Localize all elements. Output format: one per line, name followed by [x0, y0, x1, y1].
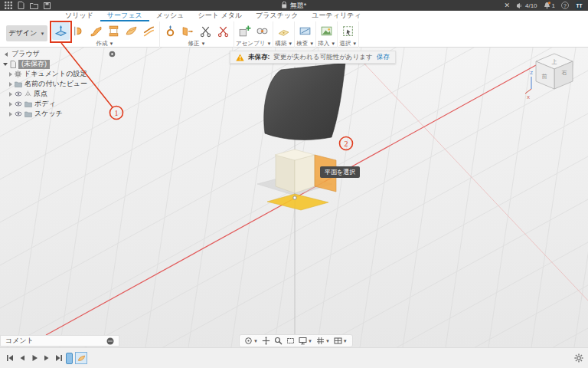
new-component-button[interactable] — [236, 22, 253, 40]
chevron-down-icon: ▼ — [308, 339, 312, 343]
timeline-step-back-button[interactable] — [17, 353, 27, 363]
press-pull-button[interactable] — [162, 22, 179, 40]
user-avatar[interactable]: TT — [575, 2, 583, 10]
document-icon — [10, 61, 16, 68]
pan-button[interactable] — [262, 337, 270, 345]
timeline — [0, 347, 588, 368]
viewcube[interactable]: 上 前 右 Z X — [525, 54, 573, 100]
select-dropdown[interactable]: 選択 ▼ — [339, 40, 357, 48]
surface-body[interactable] — [264, 63, 345, 140]
timeline-settings-button[interactable] — [573, 353, 583, 363]
construction-plane-button[interactable] — [275, 22, 292, 40]
display-settings-button[interactable]: ▼ — [299, 337, 312, 345]
timeline-skip-end-button[interactable] — [54, 353, 64, 363]
offset-button[interactable] — [140, 22, 158, 40]
expanded-icon[interactable] — [3, 63, 8, 66]
browser-item-named-views[interactable]: 名前の付いたビュー — [0, 79, 119, 89]
trim-button[interactable] — [197, 22, 214, 40]
sweep-button[interactable] — [87, 22, 105, 40]
loft-icon — [107, 25, 120, 38]
fit-button[interactable] — [286, 337, 295, 345]
modify-dropdown[interactable]: 修正 ▼ — [188, 40, 206, 48]
collapsed-icon[interactable] — [9, 102, 12, 107]
tab-surface[interactable]: サーフェス — [100, 11, 149, 21]
bell-icon — [544, 2, 550, 9]
create-dropdown[interactable]: 作成 ▼ — [96, 40, 114, 48]
viewcube-z-label: Z — [530, 71, 533, 75]
extend-button[interactable] — [179, 22, 197, 40]
browser-title: ブラウザ — [11, 49, 40, 59]
toolbar-group-modify: 修正 ▼ — [160, 21, 234, 48]
close-document-button[interactable]: ✕ — [504, 2, 510, 9]
insert-dropdown[interactable]: 挿入 ▼ — [318, 40, 335, 48]
collapse-panel-icon[interactable] — [4, 51, 8, 58]
inspect-dropdown[interactable]: 検査 ▼ — [296, 40, 314, 48]
browser-item-bodies[interactable]: ボディ — [0, 99, 119, 109]
file-new-icon-svg — [18, 2, 24, 9]
browser-root-row[interactable]: (未保存) — [0, 59, 119, 69]
loft-button[interactable] — [105, 22, 122, 40]
browser-item-origin[interactable]: 原点 — [0, 89, 119, 99]
assemble-dropdown[interactable]: アセンブリ ▼ — [236, 40, 271, 48]
tab-utility[interactable]: ユーティリティ — [305, 11, 368, 21]
notification-count: 1 — [552, 2, 555, 9]
revolve-button[interactable] — [70, 22, 87, 40]
timeline-position-slider[interactable] — [66, 353, 73, 364]
eye-icon[interactable] — [15, 101, 22, 107]
save-link[interactable]: 保存 — [377, 53, 390, 62]
box-left-face[interactable] — [276, 155, 295, 193]
file-new-icon[interactable] — [18, 0, 24, 12]
job-status-icon — [516, 2, 524, 9]
box-right-face[interactable] — [295, 155, 315, 193]
folder-icon — [24, 101, 32, 107]
notifications-button[interactable]: 1 — [544, 2, 555, 9]
gear-icon — [574, 353, 583, 363]
apps-grid-icon[interactable] — [5, 0, 12, 12]
viewports-button[interactable]: ▼ — [334, 337, 348, 345]
design-workspace-button[interactable]: デザイン ▼ — [6, 25, 47, 41]
revolve-icon — [72, 25, 85, 38]
measure-button[interactable] — [296, 22, 314, 40]
warning-message: 変更が失われる可能性があります — [273, 53, 372, 62]
patch-button[interactable] — [122, 22, 140, 40]
save-icon[interactable] — [44, 0, 51, 12]
tab-solid[interactable]: ソリッド — [58, 11, 100, 21]
timeline-feature-marker[interactable] — [75, 352, 87, 364]
tab-mesh[interactable]: メッシュ — [149, 11, 191, 21]
eye-icon[interactable] — [15, 91, 22, 97]
timeline-skip-start-button[interactable] — [5, 353, 15, 363]
joint-button[interactable] — [253, 22, 271, 40]
collapsed-icon[interactable] — [9, 82, 12, 87]
timeline-step-forward-button[interactable] — [41, 353, 51, 363]
collapsed-icon[interactable] — [9, 112, 12, 117]
tab-sheetmetal[interactable]: シート メタル — [191, 11, 250, 21]
orbit-button[interactable]: ▼ — [244, 337, 258, 345]
collapsed-icon[interactable] — [9, 92, 12, 97]
document-root-label[interactable]: (未保存) — [18, 60, 50, 69]
comments-bar[interactable]: コメント — [0, 335, 119, 347]
origin-point[interactable] — [293, 196, 296, 199]
grid-settings-button[interactable]: ▼ — [316, 337, 330, 345]
job-status-button[interactable]: 4/10 — [516, 2, 537, 9]
help-button[interactable]: ? — [561, 2, 569, 9]
eye-icon[interactable] — [15, 111, 22, 117]
select-button[interactable] — [339, 22, 357, 40]
timeline-play-button[interactable] — [29, 353, 39, 363]
lock-icon-svg — [282, 2, 287, 8]
select-icon — [341, 25, 354, 38]
zoom-button[interactable] — [274, 337, 283, 345]
construct-dropdown[interactable]: 構築 ▼ — [275, 40, 292, 48]
modify-label: 修正 — [188, 40, 200, 48]
browser-item-sketches[interactable]: スケッチ — [0, 109, 119, 119]
open-folder-icon[interactable] — [30, 0, 38, 12]
extrude-button[interactable] — [52, 22, 70, 40]
joint-icon — [256, 25, 269, 38]
panel-options-icon[interactable] — [109, 51, 116, 58]
insert-button[interactable] — [318, 22, 335, 40]
unstitch-button[interactable] — [214, 22, 232, 40]
insert-icon — [320, 25, 333, 38]
collapsed-icon[interactable] — [9, 72, 12, 77]
browser-item-document-settings[interactable]: ドキュメントの設定 — [0, 69, 119, 79]
tab-plastic[interactable]: プラスチック — [249, 11, 305, 21]
comment-icon[interactable] — [106, 337, 114, 345]
